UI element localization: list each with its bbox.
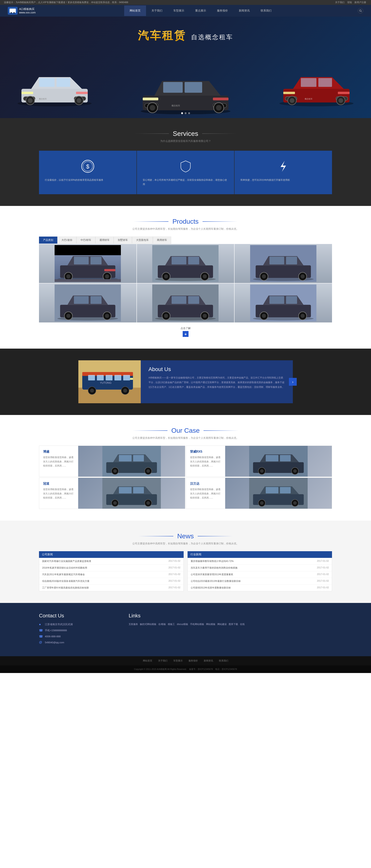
svg-point-23 [150, 105, 155, 111]
login-link[interactable]: 登陆 [347, 1, 352, 4]
product-tab-6[interactable]: 商用轿车 [153, 237, 171, 244]
hero-dot-1[interactable] [181, 112, 183, 114]
navbar: A口模板购买 www.xxx.com 网站首页 关于我们 车型展示 重点展示 服… [0, 5, 371, 17]
svg-point-99 [262, 314, 266, 318]
product-item-3[interactable] [235, 244, 332, 283]
link-item-4[interactable]: discuz模板 [177, 623, 188, 626]
news-item-2-1[interactable]: 重庆维修量和整车销售统计率达到43.72% 2017-01-02 [188, 558, 332, 565]
news-item-1-4[interactable]: 综合路线2016版对全国各省最新汽车优化方案 2017-01-02 [39, 578, 183, 585]
product-tab-0[interactable]: 产品类别 [39, 237, 57, 244]
svg-point-147 [260, 501, 264, 505]
svg-rect-15 [22, 92, 33, 94]
svg-point-149 [293, 501, 297, 505]
hero-dot-2[interactable] [184, 112, 187, 114]
link-item-0[interactable]: 互联服务 [129, 623, 138, 626]
service-card-1: $ 行业最低价，以低于行业30%的价格享受高品质租车服务 [39, 151, 136, 194]
news-list-1: 国家对汽车维修行业实施国家产品质量监督检查 2017-01-02 2016年私家… [39, 558, 183, 591]
case-item-4[interactable]: 汉兰达 造型采用欧致造型风格，渗透东方人的优美线条，两厢大灯组排排面，后风简….… [186, 477, 332, 509]
case-item-2[interactable]: 荣威RX5 造型采用欧致造型风格，渗透东方人的优美线条，两厢大灯组排排面，后风简… [186, 445, 332, 477]
link-item-6[interactable]: 网站模板 [206, 623, 215, 626]
svg-rect-56 [104, 269, 115, 271]
svg-point-25 [216, 105, 222, 111]
nav-link-service[interactable]: 服务报价 [211, 5, 233, 16]
about-link[interactable]: 关于我们 [335, 1, 344, 4]
product-tab-1[interactable]: 大巴/迷你 [57, 237, 76, 244]
register-link[interactable]: 新用户注册 [355, 1, 366, 4]
more-button[interactable]: 点击了解 [180, 327, 191, 337]
footer-nav-cars[interactable]: 车型展示 [173, 659, 183, 662]
svg-point-90 [164, 314, 168, 318]
link-item-1[interactable]: 触控式网站模板 [140, 623, 156, 626]
svg-point-12 [77, 98, 81, 103]
news-item-2-3[interactable]: 公司坚持开展质量管理2013年度度量量奖 2017-01-02 [188, 571, 332, 578]
link-item-7[interactable]: 网站建设 [217, 623, 227, 626]
product-item-2[interactable] [137, 244, 234, 283]
svg-point-133 [293, 469, 297, 473]
nav-link-about[interactable]: 关于我们 [146, 5, 168, 16]
product-item-6[interactable] [235, 283, 332, 322]
link-item-2[interactable]: 在/模板 [158, 623, 166, 626]
services-title-line: Services [39, 130, 332, 137]
product-tab-2[interactable]: 中巴/轿车 [76, 237, 96, 244]
product-tab-3[interactable]: 通用轿车 [95, 237, 114, 244]
svg-rect-57 [55, 279, 121, 282]
about-next-arrow[interactable]: › [289, 378, 297, 386]
svg-text:概念租车: 概念租车 [39, 98, 47, 100]
link-item-8[interactable]: 图库下载 [229, 623, 238, 626]
product-item-4[interactable] [39, 283, 136, 322]
link-item-9[interactable]: 在线 [240, 623, 245, 626]
news-item-1-5[interactable]: 工厂管理年度针对最高最低优化路线目标创新 2017-01-02 [39, 585, 183, 591]
product-tab-4[interactable]: 别墅轿车 [114, 237, 132, 244]
nav-link-home[interactable]: 网站首页 [124, 5, 146, 16]
svg-rect-41 [283, 92, 295, 94]
case-item-3[interactable]: 冠道 造型采用欧致造型风格，渗透东方人的优美线条，两厢大灯组排排面，后风简…..… [39, 477, 185, 509]
case-desc-3: 造型采用欧致造型风格，渗透东方人的优美线条，两厢大灯组排排面，后风简…... [43, 487, 74, 500]
news-item-1-2[interactable]: 2016年私家开展回馈社会活动对外招募租用 2017-01-02 [39, 565, 183, 571]
hero-dot-3[interactable] [188, 112, 190, 114]
footer-nav-about[interactable]: 关于我们 [158, 659, 167, 662]
svg-rect-113 [123, 375, 130, 380]
news-item-2-5[interactable]: 公司获得2013年优质年度数量创新目标 2017-01-02 [188, 585, 332, 591]
service-desc-2: 安心驾驶，本公司所有汽车都经过严格监，目前安全保险协议和条款，请您放心使用 [143, 178, 229, 186]
news-item-1-3[interactable]: 汽车及2011年私家车最新规定汽车维修金 2017-01-02 [39, 571, 183, 578]
news-item-1-1[interactable]: 国家对汽车维修行业实施国家产品质量监督检查 2017-01-02 [39, 558, 183, 565]
case-grid: 博越 造型采用欧致造型风格，渗透东方人的优美线条，两厢大灯组排排面，后风简…..… [39, 445, 332, 509]
case-item-1[interactable]: 博越 造型采用欧致造型风格，渗透东方人的优美线条，两厢大灯组排排面，后风简…..… [39, 445, 185, 477]
footer-nav-service[interactable]: 服务报价 [189, 659, 198, 662]
footer-nav-home[interactable]: 网站首页 [143, 659, 152, 662]
svg-point-81 [66, 314, 70, 318]
service-desc-3: 简单快捷，您可在20分钟内接送打开服车使用权 [240, 178, 326, 182]
about-image: YUTONG [78, 360, 141, 403]
logo-text: A口模板购买 www.xxx.com [19, 7, 36, 14]
svg-rect-40 [318, 78, 332, 87]
nav-links: 网站首页 关于我们 车型展示 重点展示 服务报价 新闻资讯 联系我们 [43, 5, 358, 16]
footer-nav-news[interactable]: 新闻资讯 [204, 659, 213, 662]
case-name-2: 荣威RX5 [190, 450, 221, 454]
email-icon: @ [39, 641, 43, 644]
nav-link-news[interactable]: 新闻资讯 [233, 5, 255, 16]
news-item-2-4[interactable]: 公司结合2015最新2013年最新行业数量创新目标 2017-01-02 [188, 578, 332, 585]
contact-links-section: Contact Us ● 江苏省南京市武汉区武湖 ☎ 手机+1588888888… [0, 603, 371, 656]
link-item-5[interactable]: 手机网站模板 [190, 623, 204, 626]
svg-point-63 [164, 274, 168, 279]
product-tab-5[interactable]: 大型面包车 [132, 237, 153, 244]
svg-rect-26 [163, 82, 183, 93]
case-img-3 [78, 478, 185, 509]
link-item-3[interactable]: 模板工 [168, 623, 175, 626]
nav-link-cars[interactable]: 车型展示 [168, 5, 190, 16]
svg-point-101 [301, 314, 305, 318]
nav-link-contact[interactable]: 联系我们 [255, 5, 277, 16]
svg-rect-76 [286, 257, 297, 265]
svg-rect-109 [88, 375, 95, 380]
svg-rect-151 [280, 487, 291, 493]
product-item-5[interactable] [137, 283, 234, 322]
svg-rect-110 [97, 375, 104, 380]
footer-nav-contact[interactable]: 联系我们 [219, 659, 228, 662]
product-item-1[interactable] [39, 244, 136, 283]
news-col-2: 行业新闻 重庆维修量和整车销售统计率达到43.72% 2017-01-02 洗车… [188, 551, 332, 591]
svg-rect-13 [39, 78, 55, 87]
news-item-2-2[interactable]: 洗车及车力量用于新的回收利润商业价格措施 2017-01-02 [188, 565, 332, 571]
services-title: Services [173, 130, 198, 137]
search-button[interactable] [358, 8, 363, 13]
nav-link-feature[interactable]: 重点展示 [190, 5, 211, 16]
